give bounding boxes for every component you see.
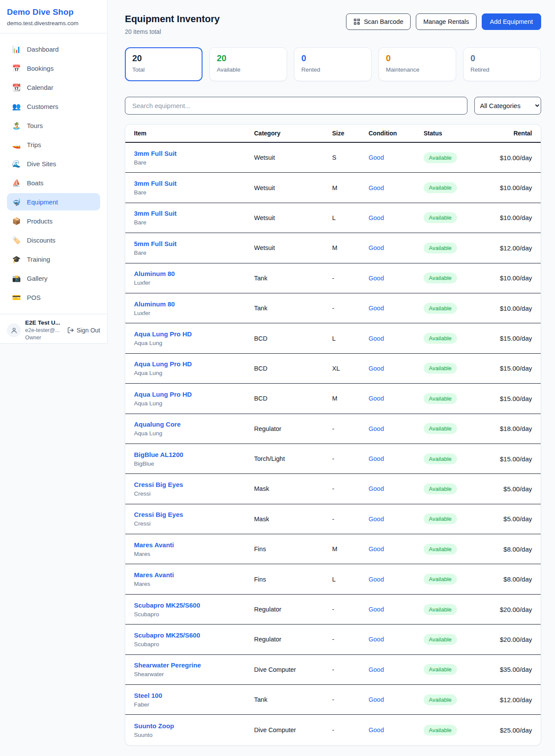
sidebar-item-trips[interactable]: 🚤Trips [7, 136, 100, 153]
stat-card-retired[interactable]: 0Retired [463, 47, 541, 81]
table-row: Scubapro MK25/S600ScubaproRegulator-Good… [125, 595, 541, 625]
item-rental-rate: $35.00/day [493, 666, 532, 673]
item-name-link[interactable]: Scubapro MK25/S600 [134, 602, 200, 609]
status-cell: Available [424, 454, 493, 464]
sidebar-item-products[interactable]: 📦Products [7, 212, 100, 230]
condition-link[interactable]: Good [369, 244, 384, 251]
item-category: BCD [254, 365, 332, 372]
status-badge: Available [424, 423, 457, 434]
condition-link[interactable]: Good [369, 485, 384, 492]
condition-link[interactable]: Good [369, 305, 384, 312]
item-name-link[interactable]: Mares Avanti [134, 541, 174, 549]
condition-link[interactable]: Good [369, 606, 384, 613]
item-name-link[interactable]: Aluminum 80 [134, 300, 175, 308]
condition-link[interactable]: Good [369, 516, 384, 523]
item-category: Torch/Light [254, 455, 332, 462]
status-cell: Available [424, 483, 493, 494]
condition-link[interactable]: Good [369, 154, 384, 161]
item-name-link[interactable]: Aluminum 80 [134, 270, 175, 277]
item-name-link[interactable]: Aqua Lung Pro HD [134, 360, 192, 368]
sidebar-item-bookings[interactable]: 📅Bookings [7, 59, 100, 77]
logout-icon [67, 327, 74, 334]
condition-cell: Good [369, 304, 424, 312]
item-name-link[interactable]: 3mm Full Suit [134, 150, 176, 157]
sidebar-item-tours[interactable]: 🏝️Tours [7, 117, 100, 134]
sidebar-item-training[interactable]: 🎓Training [7, 250, 100, 268]
item-size: - [332, 305, 369, 312]
item-rental-rate: $25.00/day [493, 726, 532, 734]
shop-name: Demo Dive Shop [7, 7, 100, 17]
item-name-link[interactable]: 3mm Full Suit [134, 180, 176, 187]
sidebar-item-customers[interactable]: 👥Customers [7, 98, 100, 115]
item-rental-rate: $10.00/day [493, 154, 532, 161]
item-category: Regulator [254, 606, 332, 613]
status-cell: Available [424, 333, 493, 344]
item-name-link[interactable]: Cressi Big Eyes [134, 481, 183, 488]
item-category: Tank [254, 275, 332, 282]
status-cell: Available [424, 423, 493, 434]
scan-barcode-button[interactable]: Scan Barcode [346, 13, 411, 30]
condition-cell: Good [369, 635, 424, 643]
condition-link[interactable]: Good [369, 184, 384, 191]
sidebar-item-dive-sites[interactable]: 🌊Dive Sites [7, 155, 100, 172]
stat-card-maintenance[interactable]: 0Maintenance [379, 47, 456, 81]
sign-out-button[interactable]: Sign Out [67, 327, 100, 334]
item-rental-rate: $20.00/day [493, 636, 532, 643]
item-name-link[interactable]: Aqua Lung Pro HD [134, 391, 192, 398]
item-size: M [332, 395, 369, 402]
item-name-link[interactable]: 3mm Full Suit [134, 210, 176, 217]
sidebar-item-equipment[interactable]: 🤿Equipment [7, 193, 100, 210]
condition-link[interactable]: Good [369, 636, 384, 643]
item-name-link[interactable]: Shearwater Peregrine [134, 661, 201, 669]
stat-card-rented[interactable]: 0Rented [294, 47, 372, 81]
sidebar-item-calendar[interactable]: 📆Calendar [7, 79, 100, 96]
item-name-link[interactable]: Aqua Lung Pro HD [134, 330, 192, 338]
item-name-link[interactable]: Steel 100 [134, 692, 162, 699]
condition-link[interactable]: Good [369, 546, 384, 552]
add-equipment-label: Add Equipment [490, 18, 533, 25]
stat-label: Total [132, 66, 195, 73]
condition-link[interactable]: Good [369, 275, 384, 282]
condition-link[interactable]: Good [369, 395, 384, 402]
stat-card-total[interactable]: 20Total [125, 47, 202, 81]
item-rental-rate: $12.00/day [493, 696, 532, 703]
condition-link[interactable]: Good [369, 576, 384, 583]
item-rental-rate: $15.00/day [493, 455, 532, 463]
condition-link[interactable]: Good [369, 425, 384, 432]
table-row: Aluminum 80LuxferTank-GoodAvailable$10.0… [125, 263, 541, 293]
item-brand: Cressi [134, 490, 254, 497]
condition-link[interactable]: Good [369, 696, 384, 703]
search-input[interactable] [125, 97, 467, 115]
stat-card-available[interactable]: 20Available [209, 47, 287, 81]
item-name-link[interactable]: 5mm Full Suit [134, 240, 176, 247]
category-filter-select[interactable]: All Categories [474, 97, 541, 115]
item-category: Wetsuit [254, 154, 332, 161]
sidebar-item-gallery[interactable]: 📸Gallery [7, 270, 100, 287]
item-name-link[interactable]: Mares Avanti [134, 571, 174, 579]
item-cell: Aqua Lung Pro HDAqua Lung [134, 330, 254, 346]
item-rental-rate: $12.00/day [493, 244, 532, 252]
table-row: Cressi Big EyesCressiMask-GoodAvailable$… [125, 474, 541, 504]
sidebar-item-pos[interactable]: 💳POS [7, 289, 100, 306]
condition-link[interactable]: Good [369, 214, 384, 221]
sidebar-item-boats[interactable]: ⛵Boats [7, 174, 100, 191]
sidebar-item-discounts[interactable]: 🏷️Discounts [7, 231, 100, 249]
equipment-mask-icon: 🤿 [12, 198, 21, 206]
table-row: Aluminum 80LuxferTank-GoodAvailable$10.0… [125, 293, 541, 323]
condition-link[interactable]: Good [369, 455, 384, 462]
sidebar-item-dashboard[interactable]: 📊Dashboard [7, 40, 100, 58]
add-equipment-button[interactable]: Add Equipment [482, 13, 541, 30]
status-cell: Available [424, 303, 493, 314]
manage-rentals-button[interactable]: Manage Rentals [416, 13, 477, 30]
item-name-link[interactable]: Aqualung Core [134, 421, 181, 428]
item-name-link[interactable]: Scubapro MK25/S600 [134, 631, 200, 639]
user-section: E2E Test U... e2e-tester@... Owner Sign … [0, 314, 107, 347]
item-name-link[interactable]: BigBlue AL1200 [134, 451, 183, 458]
condition-link[interactable]: Good [369, 726, 384, 733]
condition-link[interactable]: Good [369, 335, 384, 342]
item-name-link[interactable]: Cressi Big Eyes [134, 511, 183, 518]
condition-link[interactable]: Good [369, 666, 384, 673]
item-name-link[interactable]: Suunto Zoop [134, 722, 174, 730]
item-brand: Bare [134, 159, 254, 166]
condition-link[interactable]: Good [369, 365, 384, 372]
